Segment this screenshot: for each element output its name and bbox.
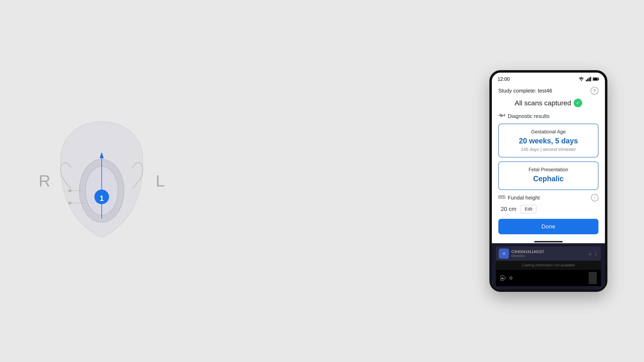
label-l: L <box>156 172 165 190</box>
fundal-header: Fundal height i <box>498 194 598 201</box>
header-row: Study complete: test46 ? <box>498 87 598 94</box>
video-icon: ▶ <box>500 275 506 281</box>
gestational-age-label: Gestational Age <box>503 129 594 135</box>
done-button[interactable]: Done <box>498 219 598 234</box>
svg-rect-16 <box>589 78 590 81</box>
signal-icon <box>586 77 591 81</box>
anatomy-illustration: R L <box>36 110 167 252</box>
settings-icon: ⚙ <box>508 275 514 281</box>
casting-bar: Casting information not available <box>496 261 601 270</box>
fundal-value-row: 20 cm Edit <box>498 205 598 213</box>
gestational-age-sub: 145 days | second trimester <box>503 147 594 152</box>
check-icon: ✓ <box>574 99 582 107</box>
svg-text:⊡: ⊡ <box>503 252 505 255</box>
edit-button[interactable]: Edit <box>520 205 536 213</box>
more-button[interactable]: ⋮ <box>594 251 598 256</box>
fetal-presentation-card: Fetal Presentation Cephalic <box>498 162 598 190</box>
fundal-section: Fundal height i 20 cm Edit Done <box>498 194 598 234</box>
phone-frame: 12:00 <box>490 70 608 292</box>
diagnostic-section-title: Diagnostic results <box>508 113 550 120</box>
all-scans-text: All scans captured <box>515 99 571 107</box>
svg-rect-14 <box>586 80 587 81</box>
casting-text: Casting information not available <box>522 263 575 267</box>
status-time: 12:00 <box>498 76 510 82</box>
gestational-age-card: Gestational Age 20 weeks, 5 days 145 day… <box>498 124 598 158</box>
diagnostic-section-header: Diagnostic results <box>498 113 598 120</box>
fetal-presentation-value: Cephalic <box>503 174 594 183</box>
bottom-app-icon: ⊡ <box>499 248 509 259</box>
bottom-bar-inner: ⊡ C3HD041911A0157 Obstetrics ⌕ ⋮ <box>496 246 601 261</box>
svg-rect-20 <box>593 78 598 80</box>
svg-rect-15 <box>587 79 588 81</box>
svg-rect-21 <box>498 196 505 198</box>
fundal-left: Fundal height <box>498 194 540 201</box>
gestational-age-value: 20 weeks, 5 days <box>503 137 594 145</box>
wifi-icon <box>578 77 584 81</box>
all-scans-row: All scans captured ✓ <box>498 99 598 107</box>
info-icon-button[interactable]: i <box>591 194 598 201</box>
svg-point-13 <box>581 80 582 81</box>
status-bar: 12:00 <box>492 72 605 84</box>
bottom-bar-id: C3HD041911A0157 <box>512 250 586 254</box>
svg-rect-17 <box>590 77 591 81</box>
fundal-title: Fundal height <box>508 195 540 201</box>
bottom-bar-sub: Obstetrics <box>512 254 586 258</box>
bottom-bar: ⊡ C3HD041911A0157 Obstetrics ⌕ ⋮ Casting… <box>492 243 605 290</box>
battery-icon <box>593 77 599 81</box>
header-title: Study complete: test46 <box>498 88 552 94</box>
bottom-bar-text-col: C3HD041911A0157 Obstetrics <box>512 250 586 258</box>
diagnostic-icon <box>498 113 505 120</box>
main-scene: R L <box>0 0 644 362</box>
help-icon-button[interactable]: ? <box>591 87 598 94</box>
svg-text:⚙: ⚙ <box>509 276 513 281</box>
status-icons <box>578 77 599 81</box>
anatomy-svg: 1 <box>51 118 152 244</box>
phone-wrapper: 12:00 <box>490 70 608 292</box>
bottom-bar-actions: ⌕ ⋮ <box>589 251 598 256</box>
home-indicator <box>492 241 605 243</box>
label-r: R <box>39 172 50 190</box>
svg-text:▶: ▶ <box>502 276 504 280</box>
phone-content: Study complete: test46 ? All scans captu… <box>492 84 605 241</box>
fetal-presentation-label: Fetal Presentation <box>503 167 594 172</box>
search-button[interactable]: ⌕ <box>589 251 592 256</box>
svg-text:1: 1 <box>100 194 104 202</box>
fundal-value: 20 cm <box>501 206 516 212</box>
home-bar <box>534 241 563 242</box>
glass-icon <box>589 272 597 284</box>
ruler-icon <box>498 194 505 201</box>
svg-rect-19 <box>598 78 599 80</box>
video-preview-left: ▶ ⚙ <box>500 275 514 281</box>
